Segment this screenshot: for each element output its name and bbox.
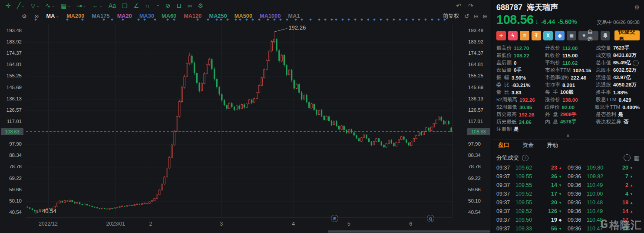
x-axis-tick: 2023/01: [106, 221, 125, 227]
bell-icon: [603, 33, 608, 38]
stat-市净率: 市净率8.201: [545, 82, 596, 88]
ma-item-ma20[interactable]: MA20: [117, 13, 132, 19]
y-axis-tick: 97.90: [0, 141, 22, 146]
stats-row: 历史最高192.26外 盘2908手是否盈利是: [496, 111, 640, 118]
more-detail-icon[interactable]: ⋯: [633, 60, 639, 66]
ma-item-ma1000[interactable]: MA1000: [260, 13, 281, 19]
text-tool-icon[interactable]: Aa: [106, 2, 119, 9]
ma-item-ma500[interactable]: MA500: [234, 13, 252, 19]
tag-icon[interactable]: ◈: [555, 31, 565, 40]
magnet-tool-icon[interactable]: ∩: [142, 2, 152, 9]
candlestick-chart[interactable]: 40.54192.26: [26, 24, 452, 217]
y-axis-tick: 50.10: [0, 198, 22, 203]
last-price: 108.56: [496, 13, 534, 27]
undo-icon[interactable]: ↶: [456, 2, 462, 9]
info-icon[interactable]: i: [522, 155, 528, 161]
zoom-in-icon[interactable]: ⊕: [482, 13, 487, 20]
balance-icon[interactable]: Ŧ: [532, 31, 541, 40]
x-axis-tick: 5: [347, 221, 350, 227]
undo-redo-group: ↶↷: [456, 0, 473, 11]
y-axis-tick: 69.22: [468, 176, 481, 181]
ma-item-ma200[interactable]: MA200: [66, 13, 84, 19]
x-axis-tick: 2022/12: [39, 221, 57, 227]
tick-trade-row: 09:37109.5514▾09:36110.492▴: [496, 181, 640, 190]
y-axis-tick: 69.22: [0, 176, 22, 181]
tab-异动[interactable]: 异动: [547, 141, 558, 149]
alert-bell-button[interactable]: [601, 31, 610, 40]
panel-tabs: 盘口资金异动: [492, 139, 644, 151]
angle-tool-icon[interactable]: ∠: [131, 2, 142, 9]
stat-外盘: 外 盘2908手: [545, 111, 596, 118]
stat-最低价: 最低价108.22: [496, 52, 545, 59]
stat-流通股: 流通股4050.28万: [596, 82, 640, 88]
comment-tool-icon[interactable]: ❑: [119, 2, 131, 9]
memo-icon[interactable]: ≣: [567, 31, 576, 40]
y-axis-tick: 193.48: [468, 28, 483, 33]
ma-item-ma250[interactable]: MA250: [209, 13, 227, 19]
compare-icon[interactable]: ∞: [184, 2, 195, 9]
stat-昨收价: 昨收价115.00: [545, 52, 596, 59]
market-badge-icon[interactable]: ✦: [496, 31, 506, 40]
stat-流通值: 流通值43.97亿: [596, 74, 640, 81]
y-axis-tick: 174.37: [468, 50, 483, 56]
current-price-tag: 108.63: [467, 128, 490, 135]
chart-scrollbar[interactable]: [328, 230, 490, 233]
stat-总市值: 总市值65.49亿⋯: [596, 60, 640, 66]
ma-item-ma[interactable]: MA⌄: [46, 13, 59, 19]
ma-item-ma1[interactable]: MA1: [288, 13, 300, 19]
ma-item-ma120[interactable]: MA120: [184, 13, 201, 19]
quote-header: 688787 海天瑞声 ⚙ 108.56 ↓ -6.44 -5.60% 交易中 …: [492, 0, 644, 27]
stats-row: 最高价112.70开盘价112.00成交量7623手: [496, 44, 640, 52]
move-tool-icon[interactable]: ✛: [3, 2, 14, 9]
quick-trade-button[interactable]: 快捷交易: [614, 30, 640, 40]
ma-item-ma175[interactable]: MA175: [92, 13, 109, 19]
wave-tool-icon[interactable]: ∿⌄: [43, 2, 58, 9]
stat-内盘: 内 盘4576手: [545, 119, 596, 125]
y-axis-tick: 174.37: [0, 50, 22, 56]
event-marker-q-icon[interactable]: Q: [427, 215, 434, 222]
y-axis-tick: 164.81: [0, 62, 22, 67]
measure-tool-icon[interactable]: ⇥⌄: [74, 2, 89, 9]
indicator-settings-icon[interactable]: ⚙: [22, 13, 27, 20]
trading-status: 交易中 06/26 09:38: [597, 19, 640, 26]
tick-trades-header: 分笔成交 i ⋯ ▦: [492, 151, 644, 163]
stat-总股本: 总股本6032.52万: [596, 67, 640, 73]
stat-盘后额: 盘后额0: [496, 60, 545, 66]
stock-code: 688787: [496, 3, 522, 12]
more-options-icon[interactable]: ⋯: [624, 154, 631, 161]
tab-盘口[interactable]: 盘口: [498, 141, 509, 149]
stat-历史最高: 历史最高192.26: [496, 111, 545, 118]
delete-drawings-icon[interactable]: ⊔: [173, 2, 184, 9]
grid-view-icon[interactable]: ▦: [634, 154, 640, 161]
zoom-out-icon[interactable]: ⊖: [473, 13, 478, 20]
add-watchlist-button[interactable]: ♥自选: [578, 31, 598, 40]
quote-panel: 688787 海天瑞声 ⚙ 108.56 ↓ -6.44 -5.60% 交易中 …: [492, 0, 644, 233]
svg-text:192.26: 192.26: [288, 24, 306, 31]
y-axis-tick: 193.48: [0, 28, 22, 33]
ma-item-ma30[interactable]: MA30: [139, 13, 154, 19]
gann-box-tool-icon[interactable]: ▦⌄: [58, 2, 74, 9]
arrow-tool-icon[interactable]: ←⌄: [89, 2, 106, 9]
stat-振幅: 振 幅3.90%: [496, 74, 545, 81]
event-marker-e-icon[interactable]: E: [331, 215, 338, 222]
compare-stock-icon[interactable]: X: [543, 31, 553, 40]
hide-drawings-icon[interactable]: ⊘: [162, 2, 174, 9]
stats-row: 52周最低30.85跌停价92.00股息率TTM0.400%: [496, 103, 640, 111]
y-axis-tick: 126.57: [468, 107, 483, 113]
redo-icon[interactable]: ↷: [468, 2, 473, 9]
emoji-tool-icon[interactable]: ◔: [152, 2, 162, 9]
flash-auction-icon[interactable]: ϟ: [508, 31, 518, 40]
tab-资金[interactable]: 资金: [522, 141, 534, 149]
chart-settings-icon[interactable]: ⚙: [195, 2, 206, 9]
tick-trade-row: 09:37109.52126▾09:36110.4914▴: [496, 207, 640, 216]
stat-52周最低: 52周最低30.85: [496, 104, 545, 110]
panel-settings-icon[interactable]: ⚙: [634, 4, 640, 11]
collapse-stats-chevron-icon[interactable]: ∧: [492, 133, 644, 139]
chips-distribution-icon[interactable]: ≡: [520, 31, 529, 40]
stat-是否盈利: 是否盈利是: [596, 111, 640, 118]
price-change-pct: -5.60%: [558, 18, 577, 25]
polygon-tool-icon[interactable]: ▽⌄: [28, 2, 43, 9]
trend-line-tool-icon[interactable]: ╱⌄: [14, 2, 28, 9]
reset-zoom-icon[interactable]: ↺: [464, 13, 469, 20]
y-axis-tick: 40.54: [0, 210, 22, 215]
